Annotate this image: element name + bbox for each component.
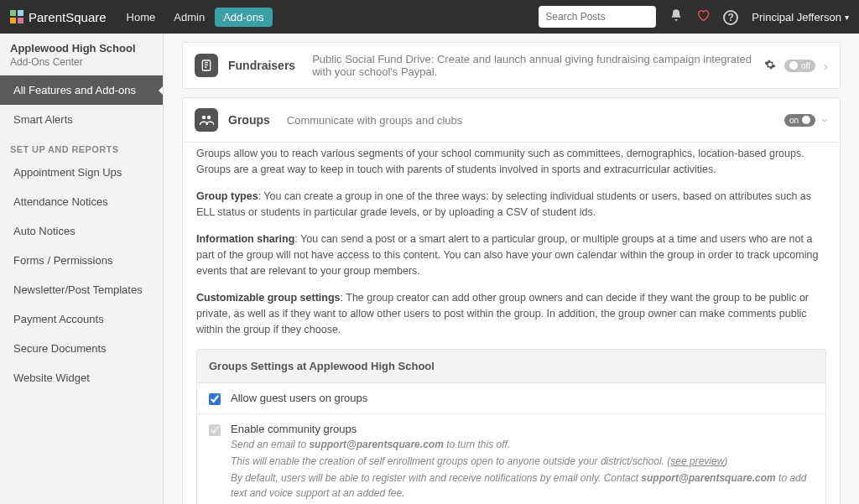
groups-custom: Customizable group settings: The group c… — [196, 290, 826, 339]
logo-icon — [10, 10, 23, 23]
groups-icon — [195, 108, 218, 132]
allow-guest-checkbox[interactable] — [209, 393, 221, 405]
groups-body: Groups allow you to reach various segmen… — [182, 134, 841, 504]
user-menu[interactable]: Principal Jefferson ▾ — [752, 11, 849, 23]
gear-icon[interactable] — [764, 59, 776, 73]
svg-point-6 — [207, 116, 211, 120]
fundraisers-toggle[interactable]: off — [784, 60, 815, 72]
enable-community-hint3: By default, users will be able to regist… — [231, 470, 814, 501]
enable-community-hint2: This will enable the creation of self en… — [231, 454, 814, 469]
sidebar-item-auto-notices[interactable]: Auto Notices — [0, 216, 163, 246]
caret-down-icon: ▾ — [845, 13, 849, 22]
nav-admin[interactable]: Admin — [165, 6, 213, 29]
setting-allow-guest: Allow guest users on groups — [197, 383, 825, 414]
svg-rect-1 — [18, 10, 23, 16]
groups-settings-panel: Groups Settings at Applewood High School… — [196, 349, 826, 504]
fundraisers-icon — [195, 54, 218, 77]
sidebar-item-forms[interactable]: Forms / Permissions — [0, 246, 163, 275]
brand-text: ParentSquare — [29, 10, 107, 24]
nav-addons[interactable]: Add-ons — [215, 8, 272, 27]
groups-desc: Communicate with groups and clubs — [287, 114, 774, 127]
see-preview-link[interactable]: see preview — [670, 455, 724, 467]
setting-enable-community: Enable community groups Send an email to… — [197, 414, 825, 504]
help-icon[interactable]: ? — [723, 9, 738, 25]
sidebar-item-payment[interactable]: Payment Accounts — [0, 304, 163, 334]
svg-rect-0 — [10, 10, 16, 16]
fundraisers-title: Fundraisers — [228, 59, 295, 72]
user-name: Principal Jefferson — [752, 11, 841, 23]
groups-title: Groups — [228, 113, 270, 127]
sidebar-item-secure-docs[interactable]: Secure Documents — [0, 334, 163, 363]
groups-info: Information sharing: You can send a post… — [196, 231, 826, 280]
sidebar-item-smart-alerts[interactable]: Smart Alerts — [0, 105, 163, 134]
search-input[interactable] — [539, 6, 656, 28]
settings-header: Groups Settings at Applewood High School — [197, 350, 825, 383]
svg-rect-3 — [18, 18, 23, 23]
enable-community-label: Enable community groups — [231, 423, 814, 435]
enable-community-hint1: Send an email to support@parentsquare.co… — [231, 437, 814, 452]
heart-icon[interactable] — [696, 8, 710, 25]
brand-logo[interactable]: ParentSquare — [10, 10, 107, 24]
sidebar-item-appointment[interactable]: Appointment Sign Ups — [0, 158, 163, 187]
svg-rect-2 — [10, 18, 16, 23]
sidebar-item-website-widget[interactable]: Website Widget — [0, 363, 163, 392]
school-name: Applewood High School — [10, 42, 153, 55]
feature-row-fundraisers[interactable]: Fundraisers Public Social Fund Drive: Cr… — [182, 42, 841, 89]
sidebar-item-newsletter[interactable]: Newsletter/Post Templates — [0, 275, 163, 304]
nav-home[interactable]: Home — [118, 6, 164, 29]
fundraisers-desc: Public Social Fund Drive: Create and lau… — [312, 53, 754, 78]
svg-point-5 — [202, 116, 206, 120]
sidebar-section-setup: SET UP AND REPORTS — [0, 134, 163, 158]
feature-row-groups[interactable]: Groups Communicate with groups and clubs… — [182, 97, 841, 143]
sidebar-item-all-features[interactable]: All Features and Add-ons — [0, 75, 163, 105]
allow-guest-label: Allow guest users on groups — [231, 392, 814, 404]
chevron-right-icon: › — [824, 59, 828, 73]
groups-types: Group types: You can create a group in o… — [196, 189, 826, 221]
sidebar-subtitle: Add-Ons Center — [10, 56, 153, 68]
groups-intro: Groups allow you to reach various segmen… — [196, 146, 826, 179]
sidebar-item-attendance[interactable]: Attendance Notices — [0, 187, 163, 216]
chevron-down-icon: › — [819, 118, 833, 122]
groups-toggle[interactable]: on — [784, 114, 815, 127]
bell-icon[interactable] — [669, 8, 683, 25]
enable-community-checkbox — [209, 424, 221, 436]
